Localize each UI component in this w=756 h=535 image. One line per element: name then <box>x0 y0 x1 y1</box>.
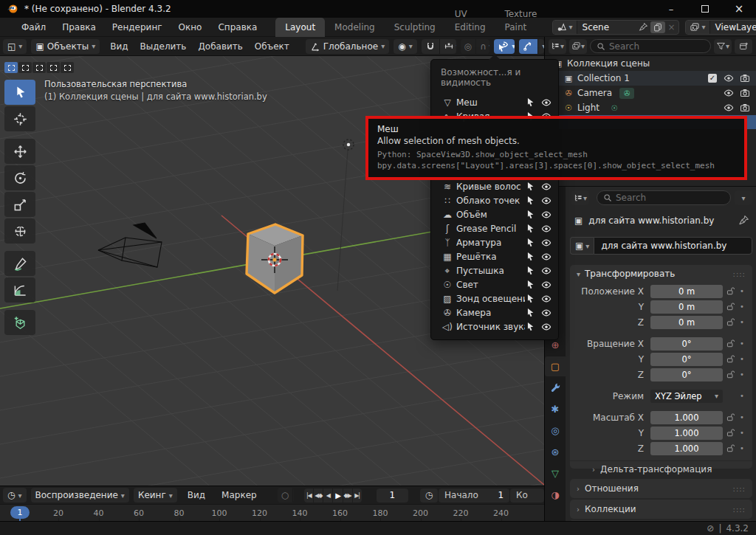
panel-grip-icon[interactable]: :::: <box>733 270 746 278</box>
transform-orientation-dropdown[interactable]: Глобальное▾ <box>306 39 389 54</box>
animate-dot[interactable]: • <box>738 370 746 379</box>
viewlayer-icon[interactable]: ▾ <box>686 21 709 34</box>
lock-icon[interactable] <box>723 413 738 422</box>
minimize-button[interactable]: – <box>654 0 688 18</box>
tool-add-cube[interactable] <box>4 310 35 335</box>
tool-scale[interactable] <box>4 192 35 217</box>
selectable-icon[interactable] <box>525 266 535 276</box>
dropdown-item-volume[interactable]: ☁Объём <box>431 207 558 221</box>
outliner-display-mode-dropdown[interactable]: ▾ <box>549 39 566 54</box>
eye-icon[interactable] <box>541 252 551 262</box>
animate-dot[interactable]: • <box>738 303 746 311</box>
animate-dot[interactable]: • <box>738 318 746 326</box>
rotation-mode-dropdown[interactable]: XYZ Эйлер▾ <box>650 390 723 403</box>
select-mode-subtract[interactable] <box>32 62 46 73</box>
tool-measure[interactable] <box>4 277 35 303</box>
rotation-value-field[interactable]: 0° <box>650 353 723 366</box>
outliner-row-light-object[interactable]: ›☉Light☉ <box>545 100 756 115</box>
current-frame-field[interactable]: 1 <box>377 489 408 503</box>
playback-menu[interactable]: Воспроизведение▾ <box>31 488 129 503</box>
new-collection-button[interactable] <box>735 39 752 54</box>
properties-tab-particles[interactable]: ✱ <box>545 399 566 419</box>
relations-panel[interactable]: ›Отношения:::: <box>570 479 752 498</box>
dropdown-item-mesh[interactable]: ▽Меш <box>431 95 558 109</box>
timeline-ruler[interactable]: 1 20406080100120140160180200220240 <box>0 504 544 521</box>
breadcrumb-object-name[interactable]: для сайта www.historian.by <box>588 215 714 226</box>
viewport-menu-Выделить[interactable]: Выделить <box>134 41 193 52</box>
outliner-item-label[interactable]: Коллекция сцены <box>567 58 650 69</box>
location-value-field[interactable]: 0 m <box>650 316 723 329</box>
select-mode-intersect[interactable] <box>61 62 74 73</box>
timeline-marker-menu[interactable]: Маркер <box>216 490 263 500</box>
object-name-field[interactable]: для сайта www.historian.by <box>594 237 752 255</box>
properties-tab-material[interactable]: ◑ <box>545 485 566 505</box>
eye-icon[interactable] <box>541 196 551 206</box>
eye-toggle[interactable] <box>721 88 737 98</box>
animate-dot[interactable]: • <box>738 413 746 421</box>
selectable-icon[interactable] <box>525 252 535 262</box>
falloff-dropdown[interactable]: ∩▾ <box>476 39 489 54</box>
snap-toggle[interactable] <box>422 39 440 54</box>
eye-icon[interactable] <box>541 294 551 304</box>
lock-icon[interactable] <box>723 317 738 327</box>
timeline-editor-type-button[interactable]: ◷▾ <box>3 488 27 503</box>
scene-selector[interactable]: ▾ Scene × <box>552 20 679 35</box>
dropdown-item-empty[interactable]: ⌖Пустышка <box>431 263 558 277</box>
dropdown-item-light[interactable]: ☉Свет <box>431 277 558 291</box>
animate-dot[interactable]: • <box>738 287 746 295</box>
topbar-menu-Рендеринг[interactable]: Рендеринг <box>104 18 171 37</box>
select-mode-new[interactable] <box>4 62 18 73</box>
use-preview-range-toggle[interactable]: ◷ <box>420 489 438 503</box>
editor-type-button[interactable]: ◱▾ <box>3 39 27 54</box>
lock-icon[interactable] <box>723 370 738 379</box>
selectable-icon[interactable] <box>525 322 535 332</box>
rotation-value-field[interactable]: 0° <box>650 368 723 382</box>
outliner-row-collection-1[interactable]: ▣Collection 1✓ <box>545 71 756 86</box>
selectable-icon[interactable] <box>525 294 535 304</box>
tab-modeling[interactable]: Modeling <box>325 18 385 37</box>
animate-dot[interactable]: • <box>738 339 746 348</box>
selectability-dropdown-button[interactable]: ▾ <box>494 39 515 54</box>
delta-transform-subpanel[interactable]: › Дельта-трансформация <box>570 460 752 477</box>
autokey-toggle[interactable]: ○ <box>278 488 293 503</box>
scene-icon[interactable]: ▾ <box>553 21 577 34</box>
selectable-icon[interactable] <box>525 280 535 290</box>
selectable-icon[interactable] <box>525 196 535 206</box>
close-button[interactable]: × <box>722 0 756 18</box>
lock-icon[interactable] <box>723 354 738 364</box>
dropdown-item-speaker[interactable]: ◁)Источник звука <box>431 320 558 334</box>
properties-tab-constraints[interactable]: ⊛ <box>545 442 566 462</box>
eye-icon[interactable] <box>541 322 551 332</box>
outliner-item-label[interactable]: Collection 1 <box>577 73 630 83</box>
tool-rotate[interactable] <box>4 165 35 190</box>
mode-dropdown[interactable]: ▣Объекты▾ <box>31 39 100 54</box>
outliner-search-input[interactable]: Search <box>590 39 711 53</box>
dropdown-item-camera[interactable]: ✇Камера <box>431 306 558 320</box>
panel-grip-icon[interactable]: :::: <box>733 485 746 493</box>
eye-toggle[interactable] <box>721 103 737 113</box>
outliner-row-scene-collection[interactable]: ▣Коллекция сцены <box>545 56 756 71</box>
unlink-scene-icon[interactable]: × <box>667 22 675 32</box>
viewport-menu-Добавить[interactable]: Добавить <box>192 41 248 52</box>
topbar-menu-Файл[interactable]: Файл <box>13 18 54 37</box>
eye-icon[interactable] <box>541 97 551 108</box>
tool-move[interactable] <box>4 139 35 164</box>
outliner-filter-dropdown[interactable]: ▾ <box>714 39 732 54</box>
new-scene-button[interactable] <box>650 21 665 33</box>
timeline-view-menu[interactable]: Вид <box>182 490 211 500</box>
selectable-icon[interactable] <box>525 308 535 318</box>
select-mode-invert[interactable] <box>47 62 60 73</box>
transport-jump-end[interactable]: ▶| <box>353 489 362 503</box>
location-value-field[interactable]: 0 m <box>650 300 723 314</box>
camera-toggle[interactable] <box>737 73 753 83</box>
viewlayer-name[interactable]: ViewLayer <box>710 22 756 32</box>
pin-icon[interactable] <box>738 215 749 226</box>
pivot-point-dropdown[interactable]: ◉▾ <box>394 39 417 54</box>
selectable-icon[interactable] <box>525 238 535 248</box>
current-frame-indicator[interactable]: 1 <box>10 506 30 519</box>
dropdown-item-grease-pencil[interactable]: ʃGrease Pencil <box>431 221 558 235</box>
animate-dot[interactable]: • <box>738 429 746 437</box>
properties-tab-physics[interactable]: ◎ <box>545 421 566 441</box>
dropdown-item-hair-curves[interactable]: ≋Кривые волос <box>431 179 558 193</box>
location-value-field[interactable]: 0 m <box>650 285 723 298</box>
